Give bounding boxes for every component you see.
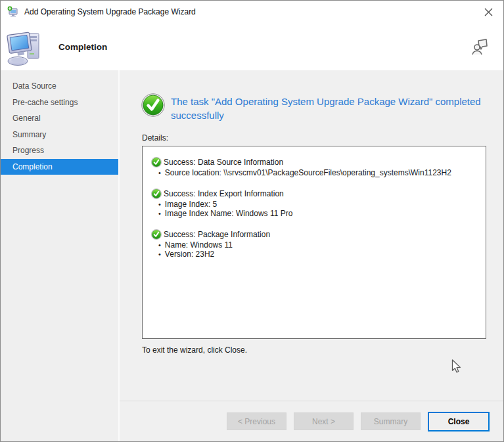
button-bar: < Previous Next > Summary Close bbox=[120, 401, 503, 441]
details-label: Details: bbox=[142, 133, 503, 143]
section-title: Success: Index Export Information bbox=[164, 189, 284, 198]
section-title: Success: Package Information bbox=[164, 230, 270, 239]
wizard-body: Data Source Pre-cache settings General S… bbox=[1, 70, 503, 441]
wizard-header: Completion bbox=[1, 23, 503, 70]
sidebar-item-pre-cache-settings[interactable]: Pre-cache settings bbox=[1, 95, 118, 111]
green-check-circle-icon bbox=[151, 229, 162, 240]
sidebar-item-progress[interactable]: Progress bbox=[1, 143, 118, 159]
section-title-row: Success: Package Information bbox=[151, 229, 479, 240]
mouse-cursor-icon bbox=[451, 359, 461, 374]
section-title-row: Success: Data Source Information bbox=[151, 157, 479, 167]
bullet-item: Image Index: 5 bbox=[158, 200, 479, 210]
details-section-index-export: Success: Index Export Information Image … bbox=[151, 188, 479, 219]
close-button[interactable]: Close bbox=[428, 412, 490, 431]
page-title: Completion bbox=[58, 42, 107, 52]
exit-hint: To exit the wizard, click Close. bbox=[142, 345, 503, 355]
bullet-item: Version: 23H2 bbox=[158, 250, 479, 259]
green-check-circle-icon bbox=[151, 157, 162, 167]
wizard-sidebar: Data Source Pre-cache settings General S… bbox=[1, 70, 120, 441]
close-icon bbox=[484, 8, 493, 16]
sidebar-item-general[interactable]: General bbox=[1, 110, 118, 127]
details-section-data-source: Success: Data Source Information Source … bbox=[151, 157, 479, 178]
details-box[interactable]: Success: Data Source Information Source … bbox=[142, 146, 486, 339]
completion-heading: The task "Add Operating System Upgrade P… bbox=[171, 95, 485, 122]
sidebar-item-data-source[interactable]: Data Source bbox=[1, 78, 118, 95]
feedback-icon[interactable] bbox=[470, 37, 489, 56]
success-banner: The task "Add Operating System Upgrade P… bbox=[141, 93, 503, 122]
green-check-circle-icon bbox=[141, 93, 165, 117]
bullet-item: Name: Windows 11 bbox=[158, 240, 479, 250]
wizard-window: Add Operating System Upgrade Package Wiz… bbox=[0, 0, 504, 442]
completion-panel: The task "Add Operating System Upgrade P… bbox=[120, 70, 503, 441]
computer-icon bbox=[6, 28, 44, 66]
sidebar-item-completion[interactable]: Completion bbox=[1, 159, 118, 175]
app-icon bbox=[7, 6, 19, 18]
summary-button[interactable]: Summary bbox=[361, 412, 421, 430]
section-bullets: Source location: \\srvscmv01\PackageSour… bbox=[151, 168, 479, 178]
section-bullets: Name: Windows 11 Version: 23H2 bbox=[151, 240, 479, 259]
bullet-item: Source location: \\srvscmv01\PackageSour… bbox=[158, 168, 479, 178]
previous-button[interactable]: < Previous bbox=[227, 412, 286, 430]
section-bullets: Image Index: 5 Image Index Name: Windows… bbox=[151, 200, 479, 219]
section-title-row: Success: Index Export Information bbox=[151, 188, 479, 199]
next-button[interactable]: Next > bbox=[294, 412, 354, 430]
window-title: Add Operating System Upgrade Package Wiz… bbox=[24, 7, 196, 16]
titlebar: Add Operating System Upgrade Package Wiz… bbox=[1, 1, 503, 23]
sidebar-item-summary[interactable]: Summary bbox=[1, 127, 118, 143]
window-close-button[interactable] bbox=[478, 3, 498, 20]
details-section-package: Success: Package Information Name: Windo… bbox=[151, 229, 479, 259]
bullet-item: Image Index Name: Windows 11 Pro bbox=[158, 209, 479, 219]
section-title: Success: Data Source Information bbox=[164, 158, 283, 167]
green-check-circle-icon bbox=[151, 188, 162, 199]
